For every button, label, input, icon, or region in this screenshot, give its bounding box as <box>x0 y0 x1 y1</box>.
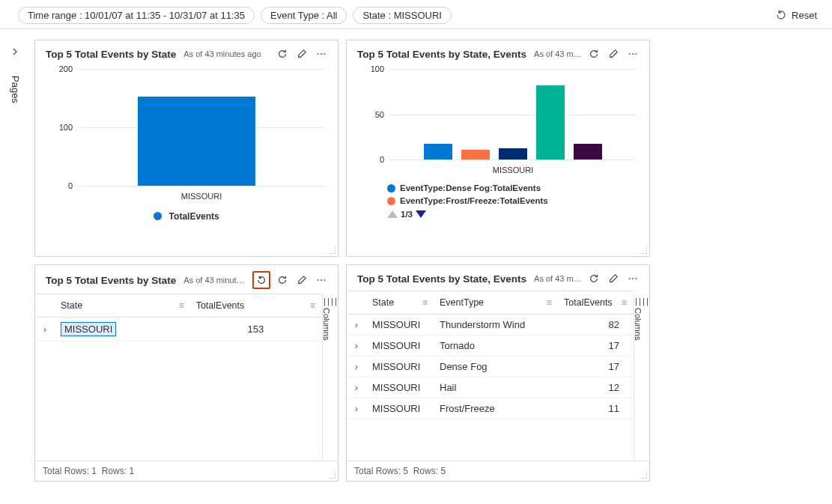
col-total[interactable]: TotalEvents≡ <box>558 291 633 315</box>
reset-icon[interactable] <box>252 271 270 289</box>
tile-top5-by-state-chart: Top 5 Total Events by State As of 43 min… <box>34 40 338 257</box>
column-menu-icon[interactable]: ≡ <box>179 300 184 311</box>
filter-event-type[interactable]: Event Type : All <box>261 7 347 24</box>
resize-handle-icon[interactable] <box>328 246 335 254</box>
col-state[interactable]: State≡ <box>366 291 434 315</box>
expand-row-icon[interactable]: › <box>347 377 366 398</box>
legend-swatch <box>387 184 395 192</box>
cell-eventtype: Tornado <box>434 336 558 356</box>
bar-hail[interactable] <box>499 148 527 160</box>
cell-total: 82 <box>558 315 633 336</box>
column-menu-icon[interactable]: ≡ <box>622 297 627 308</box>
chevron-right-icon[interactable] <box>7 44 22 59</box>
cell-eventtype: Frost/Freeze <box>434 398 558 419</box>
table-footer: Total Rows: 5 Rows: 5 <box>347 461 649 481</box>
expand-row-icon[interactable]: › <box>347 398 366 419</box>
more-icon[interactable] <box>625 271 640 286</box>
edit-icon[interactable] <box>606 271 621 286</box>
cell-state: MISSOURI <box>366 336 434 356</box>
svg-point-8 <box>324 279 325 281</box>
column-menu-icon[interactable]: ≡ <box>310 300 315 311</box>
bar-dense-fog[interactable] <box>424 144 452 160</box>
table-row[interactable]: ›MISSOURIThunderstorm Wind82 <box>347 315 633 336</box>
bar-frost-freeze[interactable] <box>461 150 490 160</box>
tile-top5-by-state-table: Top 5 Total Events by State As of 43 min… <box>34 264 338 482</box>
cell-eventtype: Hail <box>434 377 558 398</box>
resize-handle-icon[interactable] <box>640 471 647 479</box>
cell-total: 17 <box>558 356 633 377</box>
resize-handle-icon[interactable] <box>328 471 335 479</box>
more-icon[interactable] <box>314 46 329 61</box>
expand-row-icon[interactable]: › <box>347 315 366 336</box>
expand-row-icon[interactable]: › <box>35 318 55 341</box>
cell-total: 17 <box>558 336 633 356</box>
pager-next-icon[interactable] <box>416 210 426 218</box>
filter-time-range[interactable]: Time range : 10/01/07 at 11:35 - 10/31/0… <box>18 7 255 24</box>
col-total[interactable]: TotalEvents≡ <box>190 294 321 318</box>
reset-button[interactable]: Reset <box>769 6 823 24</box>
svg-point-9 <box>629 278 631 279</box>
pages-label[interactable]: Pages <box>10 76 21 103</box>
table-row[interactable]: › MISSOURI 153 <box>35 318 321 341</box>
legend-swatch <box>154 212 162 220</box>
svg-point-11 <box>635 278 637 279</box>
more-icon[interactable] <box>625 46 640 61</box>
col-state[interactable]: State≡ <box>55 294 190 318</box>
columns-panel-toggle[interactable]: |||| Columns <box>322 294 337 458</box>
svg-point-5 <box>635 53 637 55</box>
refresh-icon[interactable] <box>275 46 290 61</box>
cell-eventtype: Dense Fog <box>434 356 558 377</box>
bar-missouri[interactable] <box>138 97 255 186</box>
asof-label: As of 43 minutes ago <box>183 49 270 58</box>
col-eventtype[interactable]: EventType≡ <box>434 291 558 315</box>
legend-label: EventType:Frost/Freeze:TotalEvents <box>400 195 548 207</box>
pager-prev-icon[interactable] <box>387 210 398 218</box>
table-row[interactable]: ›MISSOURIHail12 <box>347 377 633 398</box>
tile-title: Top 5 Total Events by State <box>46 275 176 286</box>
y-tick: 100 <box>59 123 73 132</box>
column-menu-icon[interactable]: ≡ <box>422 297 428 308</box>
filter-state[interactable]: State : MISSOURI <box>353 7 451 24</box>
reset-label: Reset <box>792 10 817 21</box>
tile-top5-by-state-events-chart: Top 5 Total Events by State, Events As o… <box>346 40 650 257</box>
legend-label: EventType:Dense Fog:TotalEvents <box>400 182 541 195</box>
table-row[interactable]: ›MISSOURITornado17 <box>347 336 633 356</box>
results-table: State≡ EventType≡ TotalEvents≡ ›MISSOURI… <box>347 291 649 461</box>
cell-state: MISSOURI <box>366 377 434 398</box>
table-row[interactable]: ›MISSOURIDense Fog17 <box>347 356 633 377</box>
legend-pager: 1/3 <box>357 208 639 219</box>
columns-icon: |||| <box>634 298 649 306</box>
y-tick: 100 <box>371 64 384 73</box>
refresh-icon[interactable] <box>586 271 601 286</box>
columns-icon: |||| <box>322 298 337 306</box>
bar-tornado[interactable] <box>574 144 602 160</box>
bar-thunderstorm-wind[interactable] <box>536 85 565 160</box>
refresh-icon[interactable] <box>586 46 601 61</box>
filter-bar: Time range : 10/01/07 at 11:35 - 10/31/0… <box>0 0 832 29</box>
legend-swatch <box>387 197 395 205</box>
resize-handle-icon[interactable] <box>640 246 647 254</box>
cell-state[interactable]: MISSOURI <box>61 322 116 336</box>
svg-point-2 <box>324 53 325 55</box>
column-menu-icon[interactable]: ≡ <box>547 297 552 308</box>
svg-point-4 <box>632 53 634 55</box>
chart-legend: TotalEvents <box>46 204 327 228</box>
columns-panel-toggle[interactable]: |||| Columns <box>634 294 649 458</box>
cell-state: MISSOURI <box>366 356 434 377</box>
svg-point-10 <box>632 278 634 279</box>
tile-title: Top 5 Total Events by State, Events <box>357 273 526 285</box>
pager-label: 1/3 <box>401 210 413 219</box>
edit-icon[interactable] <box>294 273 309 288</box>
edit-icon[interactable] <box>294 46 309 61</box>
expand-row-icon[interactable]: › <box>347 356 366 377</box>
refresh-icon[interactable] <box>275 273 290 288</box>
cell-total: 153 <box>190 318 321 341</box>
svg-point-6 <box>318 279 319 281</box>
expand-row-icon[interactable]: › <box>347 336 366 356</box>
svg-point-3 <box>629 53 631 55</box>
tile-top5-by-state-events-table: Top 5 Total Events by State, Events As o… <box>346 264 650 482</box>
edit-icon[interactable] <box>606 46 621 61</box>
table-row[interactable]: ›MISSOURIFrost/Freeze11 <box>347 398 633 419</box>
more-icon[interactable] <box>314 273 329 288</box>
legend-label: TotalEvents <box>169 211 219 222</box>
